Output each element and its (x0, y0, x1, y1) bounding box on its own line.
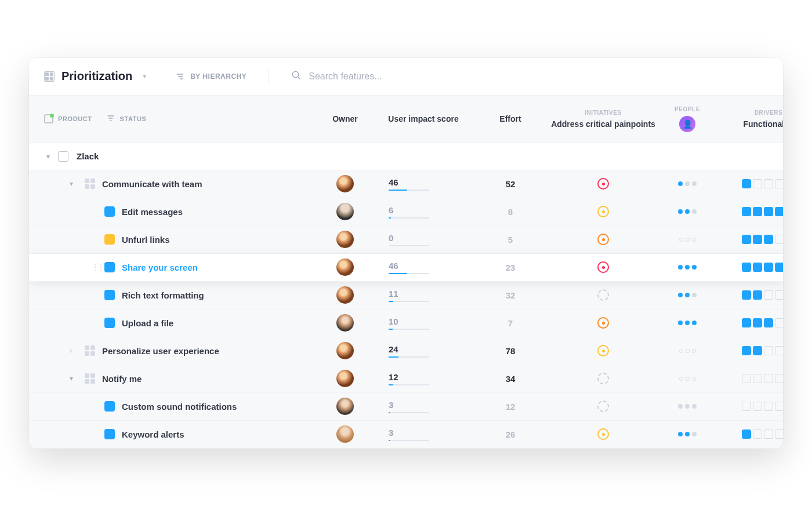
col-people[interactable]: PEOPLE (655, 106, 719, 132)
row-name: Share your screen (122, 263, 198, 272)
col-user-impact[interactable]: User impact score (377, 114, 470, 123)
user-impact-cell[interactable]: 12 (377, 372, 470, 385)
owner-avatar[interactable] (336, 231, 354, 248)
user-impact-cell[interactable]: 10 (377, 316, 470, 330)
owner-avatar[interactable] (336, 259, 354, 276)
table-row[interactable]: ▾Notify me1234 (29, 365, 783, 393)
owner-avatar[interactable] (336, 175, 354, 192)
initiative-cell[interactable] (551, 345, 655, 356)
table-row[interactable]: Keyword alerts326 (29, 421, 783, 449)
user-impact-cell[interactable]: 11 (377, 289, 470, 302)
people-dots[interactable] (655, 404, 719, 409)
initiative-cell[interactable] (551, 317, 655, 329)
search-field[interactable] (291, 70, 768, 83)
initiative-cell[interactable] (551, 401, 655, 412)
column-headers: PRODUCT STATUS Owner User impact score E… (29, 96, 783, 143)
score-bar (389, 245, 429, 246)
people-dots[interactable] (655, 321, 719, 325)
col-effort[interactable]: Effort (470, 114, 551, 123)
initiative-ring-icon (597, 345, 609, 356)
search-input[interactable] (309, 71, 483, 82)
owner-avatar[interactable] (336, 425, 354, 443)
user-impact-cell[interactable]: 46 (377, 177, 470, 191)
drivers-cell[interactable] (719, 290, 783, 300)
user-impact-cell[interactable]: 3 (377, 400, 470, 413)
table-row[interactable]: Custom sound notifications312 (29, 393, 783, 421)
effort-value[interactable]: 26 (470, 429, 551, 439)
score-value: 24 (389, 344, 470, 354)
people-dots[interactable] (655, 432, 719, 436)
table-row[interactable]: Unfurl links05 (29, 226, 783, 254)
group-row[interactable]: ▾ Zlack (29, 143, 783, 170)
table-row[interactable]: Rich text formatting1132 (29, 282, 783, 310)
user-impact-cell[interactable]: 46 (377, 261, 470, 274)
chevron-down-icon[interactable]: ▾ (70, 180, 78, 188)
row-name: Rich text formatting (122, 290, 204, 300)
effort-value[interactable]: 7 (470, 318, 551, 328)
effort-value[interactable]: 5 (470, 235, 551, 245)
effort-value[interactable]: 78 (470, 346, 551, 356)
drivers-cell[interactable] (719, 402, 783, 411)
status-filter[interactable]: STATUS (106, 114, 147, 124)
group-name: Zlack (77, 151, 99, 161)
owner-avatar[interactable] (336, 203, 354, 220)
chevron-down-icon[interactable]: ▾ (46, 152, 50, 161)
initiative-cell[interactable] (551, 428, 655, 440)
drivers-cell[interactable] (719, 179, 783, 188)
table-row[interactable]: ▾Communicate with team4652 (29, 170, 783, 198)
drivers-cell[interactable] (719, 346, 783, 355)
user-impact-cell[interactable]: 0 (377, 233, 470, 246)
col-owner[interactable]: Owner (313, 114, 377, 123)
initiative-cell[interactable] (551, 178, 655, 190)
drivers-cell[interactable] (719, 235, 783, 244)
table-row[interactable]: Edit messages68 (29, 198, 783, 226)
drivers-cell[interactable] (719, 318, 783, 327)
people-dots[interactable] (655, 349, 719, 353)
drivers-cell[interactable] (719, 263, 783, 272)
drag-handle-icon[interactable]: ⋮⋮ (92, 263, 100, 271)
view-selector[interactable]: Prioritization ▼ (44, 70, 147, 83)
initiative-ring-icon (597, 234, 609, 245)
people-dots[interactable] (655, 209, 719, 214)
effort-value[interactable]: 34 (470, 374, 551, 384)
table-row[interactable]: ⋮⋮Share your screen4623 (29, 254, 783, 282)
effort-value[interactable]: 52 (470, 179, 551, 189)
initiative-cell[interactable] (551, 289, 655, 301)
col-initiatives[interactable]: INITIATIVES Address critical painpoints (551, 110, 655, 129)
people-dots[interactable] (655, 238, 719, 242)
chevron-right-icon[interactable]: › (70, 347, 78, 355)
table-row[interactable]: ›Personalize user experience2478 (29, 337, 783, 365)
effort-value[interactable]: 12 (470, 402, 551, 412)
people-dots[interactable] (655, 293, 719, 297)
owner-avatar[interactable] (336, 314, 354, 332)
people-dots[interactable] (655, 265, 719, 270)
owner-avatar[interactable] (336, 370, 354, 387)
user-impact-cell[interactable]: 6 (377, 205, 470, 219)
user-impact-cell[interactable]: 24 (377, 344, 470, 358)
initiative-ring-icon (597, 401, 609, 412)
people-dots[interactable] (655, 377, 719, 381)
effort-value[interactable]: 23 (470, 263, 551, 272)
col-drivers[interactable]: DRIVERS Functionality (719, 110, 783, 129)
drivers-cell[interactable] (719, 374, 783, 383)
drivers-cell[interactable] (719, 207, 783, 216)
initiative-cell[interactable] (551, 373, 655, 384)
effort-value[interactable]: 32 (470, 290, 551, 300)
people-dots[interactable] (655, 181, 719, 186)
product-filter[interactable]: PRODUCT (44, 114, 92, 123)
initiative-cell[interactable] (551, 206, 655, 217)
initiative-cell[interactable] (551, 261, 655, 273)
row-name-cell: Edit messages (29, 206, 313, 217)
owner-avatar[interactable] (336, 398, 354, 415)
initiative-cell[interactable] (551, 234, 655, 245)
table-row[interactable]: Upload a file107 (29, 310, 783, 337)
drivers-cell[interactable] (719, 429, 783, 439)
user-impact-cell[interactable]: 3 (377, 428, 470, 441)
effort-value[interactable]: 8 (470, 207, 551, 217)
owner-avatar[interactable] (336, 342, 354, 359)
hierarchy-toggle[interactable]: BY HIERARCHY (164, 72, 246, 81)
divider (269, 68, 269, 85)
feature-icon (104, 206, 115, 217)
chevron-down-icon[interactable]: ▾ (70, 374, 78, 383)
owner-avatar[interactable] (336, 286, 354, 304)
